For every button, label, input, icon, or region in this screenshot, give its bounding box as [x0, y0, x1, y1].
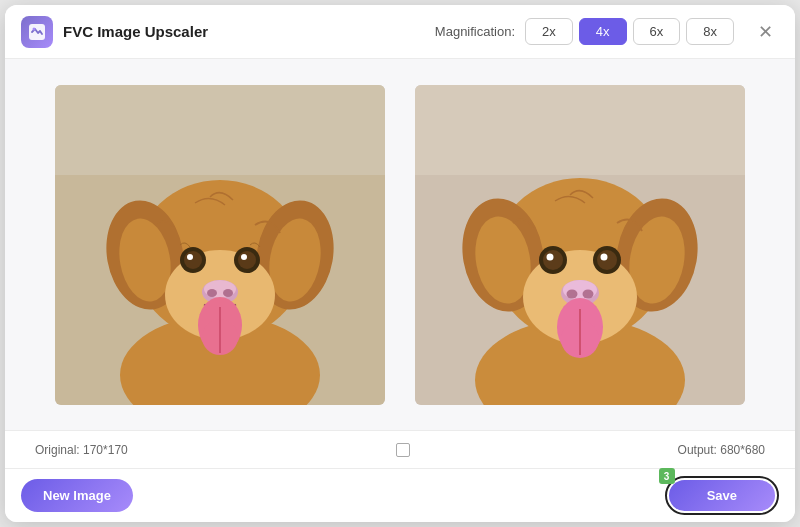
svg-point-34 — [543, 250, 563, 270]
svg-point-35 — [597, 250, 617, 270]
divider-icon — [396, 443, 410, 457]
mag-btn-6x[interactable]: 6x — [633, 18, 681, 45]
app-title: FVC Image Upscaler — [63, 23, 208, 40]
output-image-panel — [415, 85, 745, 405]
info-bar: Original: 170*170 Output: 680*680 — [5, 430, 795, 468]
save-badge: 3 — [659, 468, 675, 484]
svg-rect-45 — [415, 85, 745, 175]
output-image — [415, 85, 745, 405]
bottom-bar: New Image 3 Save — [5, 468, 795, 522]
app-window: FVC Image Upscaler Magnification: 2x 4x … — [5, 5, 795, 522]
magnification-label: Magnification: — [435, 24, 515, 39]
svg-point-37 — [601, 253, 608, 260]
save-area: 3 Save — [665, 476, 779, 515]
mag-btn-8x[interactable]: 8x — [686, 18, 734, 45]
app-logo — [21, 16, 53, 48]
original-size-label: Original: 170*170 — [35, 443, 128, 457]
new-image-button[interactable]: New Image — [21, 479, 133, 512]
svg-point-15 — [241, 254, 247, 260]
save-button-wrapper: Save — [665, 476, 779, 515]
magnification-buttons: 2x 4x 6x 8x — [525, 18, 734, 45]
svg-point-14 — [187, 254, 193, 260]
title-bar: FVC Image Upscaler Magnification: 2x 4x … — [5, 5, 795, 59]
original-image-panel — [55, 85, 385, 405]
svg-point-41 — [583, 289, 594, 298]
mag-btn-4x[interactable]: 4x — [579, 18, 627, 45]
mag-btn-2x[interactable]: 2x — [525, 18, 573, 45]
svg-point-36 — [547, 253, 554, 260]
main-content — [5, 59, 795, 430]
svg-point-1 — [33, 27, 36, 30]
original-image — [55, 85, 385, 405]
output-size-label: Output: 680*680 — [678, 443, 765, 457]
svg-point-19 — [223, 289, 233, 297]
svg-rect-23 — [55, 85, 385, 175]
svg-point-40 — [567, 289, 578, 298]
svg-point-18 — [207, 289, 217, 297]
save-button[interactable]: Save — [669, 480, 775, 511]
svg-point-12 — [184, 251, 202, 269]
close-button[interactable]: ✕ — [752, 21, 779, 43]
svg-point-13 — [238, 251, 256, 269]
